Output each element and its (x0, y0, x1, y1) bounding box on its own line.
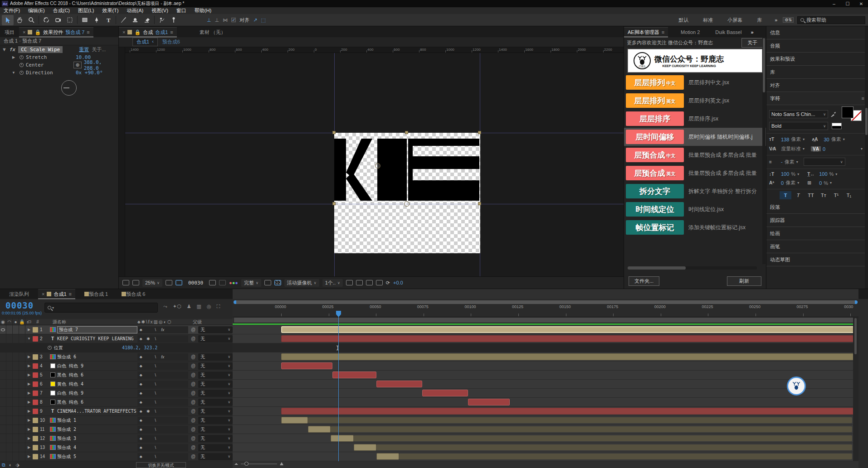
layer-row[interactable]: ▶6黄色 纯色 4♣\@无∨ (0, 380, 233, 389)
workspace-overflow-icon[interactable]: » (769, 17, 783, 23)
world-axis-icon[interactable]: ⊥ (215, 17, 219, 23)
script-button[interactable]: 层层排列英文 (626, 93, 684, 108)
sw[interactable] (181, 399, 188, 406)
audio-toggle[interactable] (6, 389, 13, 398)
script-button[interactable]: 拆分文字 (626, 184, 684, 198)
quality-switch[interactable]: ♣ (137, 372, 145, 379)
layer-name[interactable]: 预合成 4 (57, 444, 137, 451)
layer-duration-bar[interactable] (281, 408, 856, 415)
faux-bold-button[interactable]: T (780, 191, 791, 199)
lock-toggle[interactable] (19, 398, 25, 407)
script-button[interactable]: 层层排序 (626, 111, 684, 126)
script-row[interactable]: 拆分文字拆解文字 单独拆分 整行拆分 (624, 182, 766, 200)
fx-switch[interactable] (159, 362, 166, 370)
lock-toggle[interactable] (19, 334, 25, 343)
solo-toggle[interactable] (13, 334, 19, 343)
layer-bar-row[interactable] (233, 380, 858, 389)
parent-pickwhip-icon[interactable]: @ (188, 327, 198, 332)
layer-label-color[interactable] (33, 436, 38, 441)
layer-duration-bar[interactable] (281, 335, 856, 342)
draft-switch[interactable]: \ (152, 372, 159, 379)
all-caps-button[interactable]: TT (805, 191, 817, 199)
layer-label-color[interactable] (33, 327, 38, 333)
leading-value[interactable]: 30 (824, 137, 829, 142)
layer-row[interactable]: ▶7白色 纯色 9♣\@无∨ (0, 389, 233, 398)
draft-switch[interactable]: \ (152, 435, 159, 442)
layer-name[interactable]: KEEP CURIOSITY KEEP LEARNING (57, 336, 137, 341)
refresh-button[interactable]: 刷新 (727, 276, 761, 286)
draft-switch[interactable]: \ (152, 390, 159, 397)
folder-button[interactable]: 文件夹... (629, 276, 659, 286)
expand-inout-icon[interactable]: ⬗ (16, 462, 20, 468)
baseline-shift-value[interactable]: 0 (781, 180, 784, 186)
layer-bar-row[interactable] (233, 371, 858, 380)
layer-row[interactable]: ▶1预合成 7♣\fx@无∨ (0, 325, 233, 334)
script-button[interactable]: 层时间偏移 (626, 130, 684, 144)
lock-toggle[interactable] (19, 407, 25, 416)
lock-toggle[interactable] (19, 452, 25, 461)
audio-toggle[interactable] (6, 425, 13, 434)
param-value[interactable]: 0x +90.0° (76, 70, 103, 76)
sw[interactable] (174, 390, 181, 397)
layer-duration-bar[interactable] (468, 399, 510, 405)
audio-toggle[interactable] (6, 434, 13, 443)
layer-bar-row[interactable] (233, 389, 858, 398)
layer-label-color[interactable] (33, 354, 38, 360)
expand-arrow[interactable]: ▶ (25, 382, 33, 386)
superscript-button[interactable]: T¹ (830, 191, 842, 199)
horizontal-scale-value[interactable]: 100 (819, 171, 827, 177)
hide-shy-icon[interactable]: ♟ (187, 304, 191, 309)
timeline-zoom-control[interactable] (234, 462, 283, 465)
panel-menu-icon[interactable]: ≡ (862, 96, 864, 101)
current-frame-display[interactable]: 00030 (5, 300, 34, 310)
fx-switch[interactable]: fx (159, 353, 166, 361)
lock-toggle[interactable] (19, 325, 25, 334)
video-toggle[interactable] (0, 352, 6, 362)
layer-duration-bar[interactable] (281, 326, 856, 333)
parent-pickwhip-icon[interactable]: @ (188, 336, 198, 341)
audio-toggle[interactable] (6, 380, 13, 389)
exposure-value[interactable]: +0.0 (393, 280, 403, 285)
video-toggle[interactable] (0, 325, 6, 334)
fx-switch[interactable]: fx (159, 326, 166, 333)
sw[interactable] (174, 426, 181, 433)
sw[interactable] (174, 408, 181, 415)
sw[interactable] (181, 335, 188, 343)
panel-段落[interactable]: 段落 (766, 201, 868, 214)
minimize-button[interactable]: – (827, 0, 841, 7)
font-size-value[interactable]: 138 (781, 137, 789, 142)
navigator-end-handle[interactable] (855, 300, 858, 304)
fx-switch[interactable] (159, 372, 166, 379)
sw[interactable] (181, 372, 188, 379)
param-expand-arrow[interactable]: ▼ (10, 71, 17, 75)
effect-reset-link[interactable]: 重置 (79, 46, 89, 53)
expand-arrow[interactable]: ▶ (25, 445, 33, 449)
expand-arrow[interactable]: ▶ (25, 454, 33, 458)
solo-toggle[interactable] (13, 352, 19, 362)
collapse-switch[interactable] (145, 435, 152, 442)
collapse-switch[interactable] (145, 381, 152, 388)
parent-pickwhip-icon[interactable]: @ (188, 454, 198, 459)
layer-row[interactable]: ▶14预合成 5♣\@无∨ (0, 452, 233, 461)
layer-row[interactable]: ▶3预合成 6♣\fx@无∨ (0, 352, 233, 362)
layer-row[interactable]: ▶13预合成 4♣\@无∨ (0, 443, 233, 452)
layer-label-color[interactable] (33, 418, 38, 423)
parent-dropdown[interactable]: 无∨ (198, 372, 233, 379)
video-toggle[interactable] (0, 362, 6, 371)
layer-bar-row[interactable] (233, 434, 858, 443)
video-toggle[interactable] (0, 425, 6, 434)
script-row[interactable]: 层层排列英文层层排列英文.jsx (624, 92, 766, 110)
rotation-target[interactable] (404, 201, 410, 207)
roto-brush-tool[interactable] (156, 15, 168, 25)
quality-switch[interactable]: ♣ (137, 381, 145, 388)
expand-layer-switches-icon[interactable]: ⧉ (2, 462, 5, 468)
current-frame[interactable]: 00030 (185, 280, 206, 286)
collapse-switch[interactable] (145, 353, 152, 361)
lock-toggle[interactable] (19, 371, 25, 380)
draft-switch[interactable]: \ (152, 362, 159, 370)
layer-name[interactable]: 白色 纯色 9 (57, 390, 137, 396)
eyedropper-icon[interactable] (830, 111, 837, 118)
fx-switch[interactable] (159, 399, 166, 406)
parent-dropdown[interactable]: 无∨ (198, 381, 233, 388)
layer-label-color[interactable] (33, 445, 38, 450)
